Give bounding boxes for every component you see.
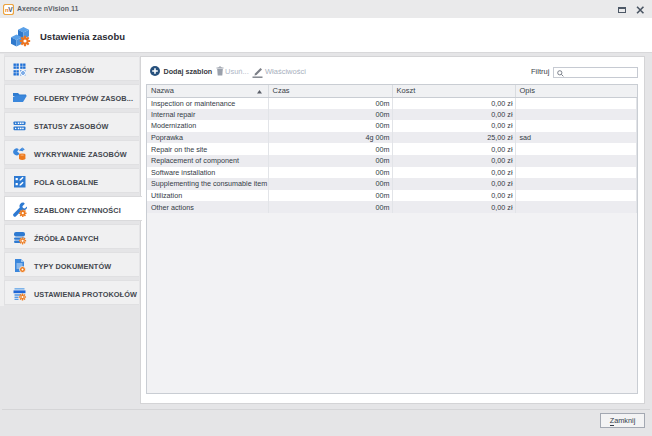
svg-text:V: V [8,6,13,13]
